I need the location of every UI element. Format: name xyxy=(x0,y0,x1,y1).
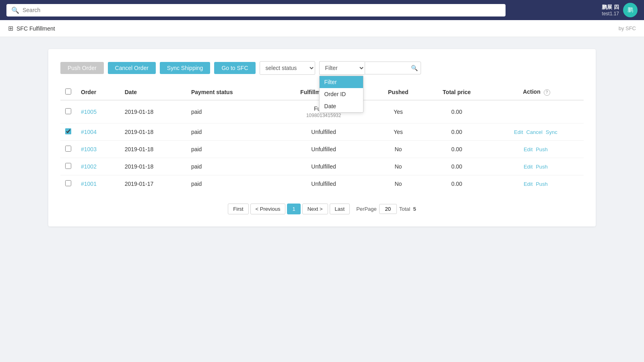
search-bar[interactable]: 🔍 xyxy=(6,4,506,16)
push-order-button[interactable]: Push Order xyxy=(60,62,104,74)
sync-shipping-button[interactable]: Sync Shipping xyxy=(160,62,211,74)
fulfillment-status-cell-row-1004: Unfulfilled xyxy=(275,123,372,141)
avatar: 鹏 xyxy=(623,3,638,17)
filter-dropdown-item-filter[interactable]: Filter xyxy=(320,76,363,88)
per-page-input[interactable] xyxy=(379,204,397,214)
date-cell-row-1005: 2019-01-18 xyxy=(120,100,186,123)
row-checkbox-row-1005[interactable] xyxy=(65,108,71,114)
pushed-cell-row-1004: Yes xyxy=(372,123,424,141)
col-header-total-price: Total price xyxy=(424,84,489,100)
status-select[interactable]: select status xyxy=(260,61,315,75)
row-checkbox-row-1002[interactable] xyxy=(65,163,71,169)
fulfillment-status-cell-row-1001: Unfulfilled xyxy=(275,175,372,193)
search-icon: 🔍 xyxy=(11,6,19,14)
col-header-date: Date xyxy=(120,84,186,100)
row-checkbox-row-1001[interactable] xyxy=(65,180,71,186)
action-cell-row-1005 xyxy=(489,100,584,123)
total-price-cell-row-1001: 0.00 xyxy=(424,175,489,193)
order-link-row-1004[interactable]: #1004 xyxy=(81,129,97,135)
filter-dropdown-item-date[interactable]: Date xyxy=(320,100,363,112)
payment-status-cell-row-1003: paid xyxy=(186,141,275,158)
table-row: #10042019-01-18paidUnfulfilledYes0.00Edi… xyxy=(60,123,584,141)
total-price-cell-row-1002: 0.00 xyxy=(424,158,489,175)
pushed-cell-row-1003: No xyxy=(372,141,424,158)
payment-status-cell-row-1001: paid xyxy=(186,175,275,193)
action-push-row-1001[interactable]: Push xyxy=(536,181,548,187)
action-edit-row-1001[interactable]: Edit xyxy=(524,181,533,187)
row-checkbox-row-1003[interactable] xyxy=(65,146,71,152)
action-push-row-1002[interactable]: Push xyxy=(536,164,548,170)
user-info: 鹏展 四 test1.17 xyxy=(602,4,619,16)
filter-select[interactable]: Filter Order ID Date xyxy=(319,61,365,75)
col-header-payment-status: Payment status xyxy=(186,84,275,100)
pushed-cell-row-1001: No xyxy=(372,175,424,193)
toolbar: Push Order Cancel Order Sync Shipping Go… xyxy=(60,61,584,75)
payment-status-cell-row-1005: paid xyxy=(186,100,275,123)
date-cell-row-1001: 2019-01-17 xyxy=(120,175,186,193)
col-header-pushed: Pushed xyxy=(372,84,424,100)
total-price-cell-row-1003: 0.00 xyxy=(424,141,489,158)
cancel-order-button[interactable]: Cancel Order xyxy=(108,62,156,74)
action-edit-row-1003[interactable]: Edit xyxy=(524,146,533,152)
col-header-order: Order xyxy=(76,84,120,100)
prev-page-button[interactable]: < Previous xyxy=(250,204,286,214)
total-label: Total 5 xyxy=(399,206,416,212)
action-push-row-1003[interactable]: Push xyxy=(536,146,548,152)
per-page-group: PerPage Total 5 xyxy=(356,204,416,214)
action-cancel-row-1004[interactable]: Cancel xyxy=(526,129,542,135)
col-header-action: Action ? xyxy=(489,84,584,100)
pagination: First < Previous 1 Next > Last PerPage T… xyxy=(60,204,584,214)
fulfillment-status-cell-row-1003: Unfulfilled xyxy=(275,141,372,158)
user-sub: test1.17 xyxy=(602,11,619,16)
order-link-row-1005[interactable]: #1005 xyxy=(81,109,97,115)
action-help-icon[interactable]: ? xyxy=(544,89,550,96)
top-nav: 🔍 鹏展 四 test1.17 鹏 xyxy=(0,0,644,20)
select-all-checkbox[interactable] xyxy=(65,88,71,95)
next-page-button[interactable]: Next > xyxy=(302,204,328,214)
filter-group: Filter Order ID Date 🔍 Filter Order ID D… xyxy=(319,61,421,75)
payment-status-cell-row-1004: paid xyxy=(186,123,275,141)
user-area: 鹏展 四 test1.17 鹏 xyxy=(602,3,638,17)
go-to-sfc-button[interactable]: Go to SFC xyxy=(214,62,255,74)
table-row: #10012019-01-17paidUnfulfilledNo0.00Edit… xyxy=(60,175,584,193)
date-cell-row-1002: 2019-01-18 xyxy=(120,158,186,175)
app-icon: ⊞ xyxy=(8,25,13,32)
action-cell-row-1004: Edit Cancel Sync xyxy=(489,123,584,141)
orders-card: Push Order Cancel Order Sync Shipping Go… xyxy=(48,49,596,226)
by-sfc-label: by SFC xyxy=(619,25,636,31)
action-edit-row-1004[interactable]: Edit xyxy=(514,129,523,135)
payment-status-cell-row-1002: paid xyxy=(186,158,275,175)
search-input[interactable] xyxy=(23,7,501,13)
total-price-cell-row-1005: 0.00 xyxy=(424,100,489,123)
action-cell-row-1003: Edit Push xyxy=(489,141,584,158)
app-title: SFC Fulfillment xyxy=(17,25,55,32)
order-link-row-1003[interactable]: #1003 xyxy=(81,146,97,152)
filter-dropdown-item-orderid[interactable]: Order ID xyxy=(320,88,363,100)
pushed-cell-row-1005: Yes xyxy=(372,100,424,123)
table-row: #10022019-01-18paidUnfulfilledNo0.00Edit… xyxy=(60,158,584,175)
pushed-cell-row-1002: No xyxy=(372,158,424,175)
fulfillment-status-cell-row-1002: Unfulfilled xyxy=(275,158,372,175)
filter-dropdown: Filter Order ID Date xyxy=(319,76,363,113)
sub-nav-left: ⊞ SFC Fulfillment xyxy=(8,25,55,32)
date-cell-row-1003: 2019-01-18 xyxy=(120,141,186,158)
row-checkbox-row-1004[interactable] xyxy=(65,128,71,134)
page-1-button[interactable]: 1 xyxy=(287,204,300,214)
per-page-label: PerPage xyxy=(356,206,377,212)
last-page-button[interactable]: Last xyxy=(330,204,350,214)
action-sync-row-1004[interactable]: Sync xyxy=(546,129,557,135)
action-edit-row-1002[interactable]: Edit xyxy=(524,164,533,170)
action-cell-row-1002: Edit Push xyxy=(489,158,584,175)
action-cell-row-1001: Edit Push xyxy=(489,175,584,193)
filter-input[interactable] xyxy=(365,62,421,74)
date-cell-row-1004: 2019-01-18 xyxy=(120,123,186,141)
main-content: Push Order Cancel Order Sync Shipping Go… xyxy=(0,37,644,239)
first-page-button[interactable]: First xyxy=(228,204,248,214)
sub-nav: ⊞ SFC Fulfillment by SFC xyxy=(0,20,644,37)
user-name: 鹏展 四 xyxy=(602,4,619,11)
table-row: #10032019-01-18paidUnfulfilledNo0.00Edit… xyxy=(60,141,584,158)
order-link-row-1001[interactable]: #1001 xyxy=(81,181,97,187)
order-link-row-1002[interactable]: #1002 xyxy=(81,163,97,170)
total-price-cell-row-1004: 0.00 xyxy=(424,123,489,141)
